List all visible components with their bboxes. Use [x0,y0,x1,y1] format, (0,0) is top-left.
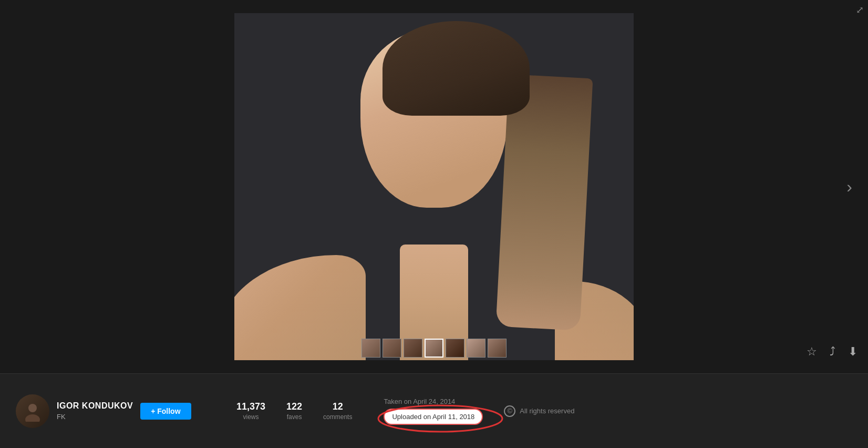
thumbnail-4[interactable] [425,339,443,358]
thumbnail-6[interactable] [467,339,485,358]
comments-label: comments [323,413,352,421]
follow-button[interactable]: + Follow [140,403,191,420]
avatar-image [16,394,49,428]
collapse-icon[interactable]: ⤢ [856,4,864,16]
download-icon[interactable]: ⬇ [848,345,857,359]
views-count: 11,373 [236,401,265,412]
copyright-icon: © [504,405,515,417]
faves-label: faves [287,413,302,421]
username[interactable]: IGOR KONDUKOV [57,401,133,411]
thumbnail-1[interactable] [361,339,380,358]
user-info: IGOR KONDUKOV FK [57,401,133,421]
stat-views: 11,373 views [236,401,265,421]
hair-top [383,21,530,116]
svg-point-0 [28,404,37,412]
faves-count: 122 [286,401,302,412]
thumbnail-2[interactable] [383,339,401,358]
copyright-section: © All rights reserved [504,405,574,417]
main-viewer: ⤢ › ☆ ⤴ ⬇ [0,0,868,373]
share-icon[interactable]: ⤴ [830,345,835,359]
stats-section: 11,373 views 122 faves 12 comments [236,401,352,421]
stat-faves: 122 faves [286,401,302,421]
user-handle: FK [57,413,133,421]
avatar[interactable] [16,394,49,428]
svg-point-1 [25,414,40,422]
all-rights-text: All rights reserved [520,407,574,415]
bottom-bar: IGOR KONDUKOV FK + Follow 11,373 views 1… [0,373,868,448]
comments-count: 12 [333,401,343,412]
user-section: IGOR KONDUKOV FK + Follow [16,394,205,428]
action-icons: ☆ ⤴ ⬇ [807,345,857,359]
thumbnail-5[interactable] [446,339,464,358]
next-arrow[interactable]: › [836,167,863,207]
thumbnail-7[interactable] [488,339,507,358]
thumbnail-3[interactable] [404,339,422,358]
views-label: views [243,413,259,421]
portrait-photo [234,13,634,360]
uploaded-tooltip: Uploaded on April 11, 2018 [384,409,483,425]
metadata-section: Taken on April 24, 2014 Uploaded on Apri… [384,398,483,425]
thumbnail-strip [361,339,507,358]
stat-comments: 12 comments [323,401,352,421]
photo-container [234,3,634,371]
star-icon[interactable]: ☆ [807,345,817,359]
taken-on-label: Taken on April 24, 2014 [384,398,483,405]
